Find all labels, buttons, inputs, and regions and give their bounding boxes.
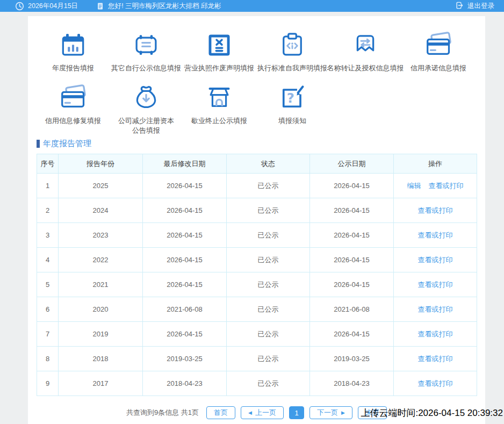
- calendar-chart-icon: [59, 31, 87, 59]
- cell-actions: 查看或打印: [394, 223, 477, 248]
- table-row: 220242026-04-15已公示2026-04-15查看或打印: [37, 198, 477, 223]
- cell-status: 已公示: [227, 371, 310, 396]
- table-header-row: 序号报告年份最后修改日期状态公示日期操作: [37, 154, 477, 174]
- license-void-icon: [205, 31, 233, 59]
- cell-status: 已公示: [227, 174, 310, 198]
- cell-year: 2023: [59, 223, 143, 248]
- section-title: 年度报告管理: [43, 139, 91, 149]
- cell-year: 2018: [59, 347, 143, 371]
- nav-item-label: 执行标准自我声明填报: [257, 63, 327, 73]
- storefront-icon: [205, 84, 233, 112]
- action-link[interactable]: 查看或打印: [418, 330, 453, 338]
- upload-time-text: 上传云端时间:2026-04-15 20:39:32: [361, 407, 503, 419]
- nav-item-label: 公司减少注册资本公告填报: [118, 116, 175, 135]
- prev-page-button[interactable]: ◀ 上一页: [241, 406, 284, 419]
- column-header: 序号: [37, 154, 59, 174]
- nav-item-7[interactable]: 信用信息修复填报: [45, 84, 101, 135]
- cell-modified: 2021-06-08: [143, 297, 227, 322]
- cell-modified: 2026-04-15: [143, 198, 227, 223]
- logout-button[interactable]: 退出登录: [455, 1, 494, 11]
- cell-actions: 编辑查看或打印: [394, 174, 477, 198]
- action-link[interactable]: 查看或打印: [418, 379, 453, 387]
- table-body: 120252026-04-15已公示2026-04-15编辑查看或打印22024…: [37, 174, 477, 396]
- cell-actions: 查看或打印: [394, 248, 477, 272]
- cell-published: 2019-03-25: [310, 347, 394, 371]
- user-greeting: 您好! 三明市梅列区龙彬大排档 邱龙彬: [108, 2, 221, 11]
- nav-item-5[interactable]: 名称转让及授权信息填报: [327, 31, 404, 73]
- topbar-left: 2026年04月15日 您好! 三明市梅列区龙彬大排档 邱龙彬: [15, 2, 221, 11]
- column-header: 状态: [227, 154, 310, 174]
- next-page-button[interactable]: 下一页 ▶: [309, 406, 352, 419]
- nav-item-label: 名称转让及授权信息填报: [327, 63, 404, 73]
- nav-item-4[interactable]: 执行标准自我声明填报: [257, 31, 327, 73]
- action-link[interactable]: 编辑: [407, 182, 421, 190]
- main-card: 年度报告填报其它自行公示信息填报营业执照作废声明填报执行标准自我声明填报名称转让…: [28, 16, 485, 424]
- credit-card-icon: [424, 31, 452, 59]
- cell-year: 2017: [59, 371, 143, 396]
- table-row: 820182019-03-25已公示2019-03-25查看或打印: [37, 347, 477, 371]
- action-link[interactable]: 查看或打印: [418, 231, 453, 239]
- pagination-summary: 共查询到9条信息 共1页: [126, 408, 199, 418]
- nav-item-3[interactable]: 营业执照作废声明填报: [184, 31, 254, 73]
- clock-icon: [15, 2, 24, 11]
- cell-year: 2020: [59, 297, 143, 322]
- clipboard-info-icon: [278, 31, 306, 59]
- nav-item-2[interactable]: 其它自行公示信息填报: [111, 31, 181, 73]
- nav-item-label: 信用信息修复填报: [45, 116, 101, 126]
- svg-text:?: ?: [287, 90, 294, 106]
- table-row: 320232026-04-15已公示2026-04-15查看或打印: [37, 223, 477, 248]
- cell-modified: 2018-04-23: [143, 371, 227, 396]
- action-link[interactable]: 查看或打印: [418, 256, 453, 264]
- action-link[interactable]: 查看或打印: [429, 182, 464, 190]
- current-page-button[interactable]: 1: [289, 406, 304, 419]
- left-arrow-icon: ◀: [248, 411, 252, 415]
- table-row: 920172018-04-23已公示2018-04-23查看或打印: [37, 371, 477, 396]
- date-group: 2026年04月15日: [15, 2, 78, 11]
- cell-published: 2026-04-15: [310, 272, 394, 297]
- cell-actions: 查看或打印: [394, 272, 477, 297]
- table-row: 720192026-04-15已公示2026-04-15查看或打印: [37, 322, 477, 347]
- first-page-label: 首页: [214, 408, 228, 418]
- greeting-group: 您好! 三明市梅列区龙彬大排档 邱龙彬: [96, 2, 221, 11]
- cell-status: 已公示: [227, 248, 310, 272]
- action-link[interactable]: 查看或打印: [418, 281, 453, 289]
- cell-published: 2018-04-23: [310, 371, 394, 396]
- cell-status: 已公示: [227, 322, 310, 347]
- cell-actions: 查看或打印: [394, 297, 477, 322]
- question-edit-icon: ?: [278, 84, 306, 112]
- action-link[interactable]: 查看或打印: [418, 355, 453, 363]
- cell-modified: 2026-04-15: [143, 248, 227, 272]
- cell-status: 已公示: [227, 297, 310, 322]
- column-header: 最后修改日期: [143, 154, 227, 174]
- action-link[interactable]: 查看或打印: [418, 206, 453, 214]
- action-link[interactable]: 查看或打印: [418, 305, 453, 313]
- cell-no: 1: [37, 174, 59, 198]
- next-page-label: 下一页: [317, 408, 338, 418]
- top-header-bar: 2026年04月15日 您好! 三明市梅列区龙彬大排档 邱龙彬 退出登录: [0, 0, 504, 12]
- nav-item-6[interactable]: 信用承诺信息填报: [411, 31, 466, 73]
- cell-actions: 查看或打印: [394, 371, 477, 396]
- table-row: 620202021-06-08已公示2021-06-08查看或打印: [37, 297, 477, 322]
- right-arrow-icon: ▶: [341, 411, 345, 415]
- cell-status: 已公示: [227, 198, 310, 223]
- cell-no: 3: [37, 223, 59, 248]
- cell-actions: 查看或打印: [394, 198, 477, 223]
- cell-published: 2021-06-08: [310, 297, 394, 322]
- cell-status: 已公示: [227, 347, 310, 371]
- money-bag-icon: [132, 84, 160, 112]
- nav-item-10[interactable]: ?填报须知: [278, 84, 306, 135]
- first-page-button[interactable]: 首页: [206, 406, 235, 419]
- nav-item-9[interactable]: 歇业终止公示填报: [191, 84, 247, 135]
- cell-modified: 2019-03-25: [143, 347, 227, 371]
- cell-no: 6: [37, 297, 59, 322]
- credit-card-repair-icon: [59, 84, 87, 112]
- nav-item-8[interactable]: 公司减少注册资本公告填报: [118, 84, 175, 135]
- cell-no: 2: [37, 198, 59, 223]
- cell-modified: 2026-04-15: [143, 322, 227, 347]
- nav-item-1[interactable]: 年度报告填报: [52, 31, 94, 73]
- nav-icon-grid: 年度报告填报其它自行公示信息填报营业执照作废声明填报执行标准自我声明填报名称转让…: [37, 16, 477, 135]
- nav-item-label: 歇业终止公示填报: [191, 116, 247, 126]
- cell-year: 2025: [59, 174, 143, 198]
- cell-actions: 查看或打印: [394, 322, 477, 347]
- cell-published: 2026-04-15: [310, 322, 394, 347]
